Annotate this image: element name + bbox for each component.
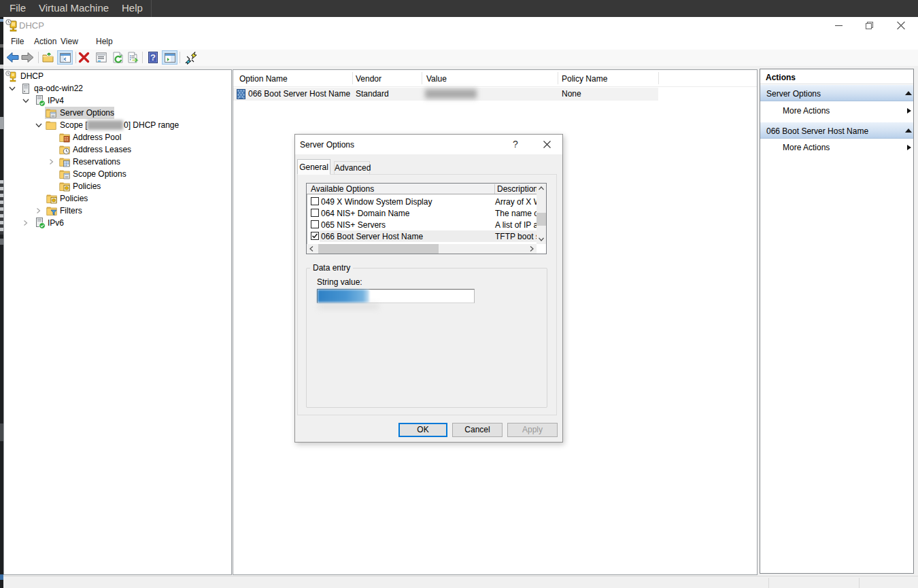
svg-text:?: ? — [150, 52, 156, 63]
